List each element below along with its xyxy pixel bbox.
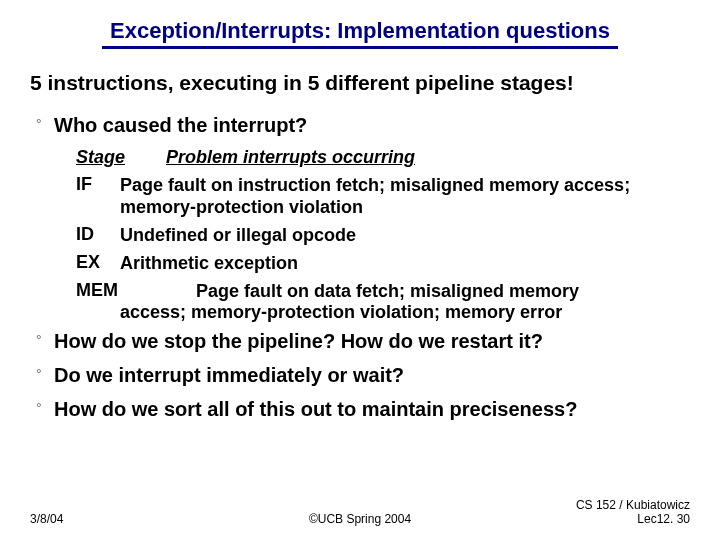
cell-stage: ID <box>76 224 120 246</box>
table-row: EX Arithmetic exception <box>76 252 690 274</box>
cell-text-cont: access; memory-protection violation; mem… <box>120 302 690 323</box>
slide-title: Exception/Interrupts: Implementation que… <box>102 18 618 49</box>
table-row: IF Page fault on instruction fetch; misa… <box>76 174 690 218</box>
table-header: Stage Problem interrupts occurring <box>76 147 690 168</box>
footer-copyright: ©UCB Spring 2004 <box>30 512 690 526</box>
bullet-mark-icon: ° <box>36 113 54 135</box>
bullet-text: Who caused the interrupt? <box>54 113 690 137</box>
title-wrap: Exception/Interrupts: Implementation que… <box>30 18 690 49</box>
bullet-mark-icon: ° <box>36 329 54 351</box>
cell-text: Page fault on instruction fetch; misalig… <box>120 174 690 218</box>
bullet-text: How do we stop the pipeline? How do we r… <box>54 329 690 353</box>
cell-stage: MEM <box>76 280 196 302</box>
col-stage: Stage <box>76 147 166 168</box>
cell-stage: EX <box>76 252 120 274</box>
bullet-item: ° Do we interrupt immediately or wait? <box>36 363 690 387</box>
subheading: 5 instructions, executing in 5 different… <box>30 71 690 95</box>
bullet-item: ° Who caused the interrupt? <box>36 113 690 137</box>
bullet-text: How do we sort all of this out to mainta… <box>54 397 690 421</box>
bullet-item: ° How do we sort all of this out to main… <box>36 397 690 421</box>
cell-text: Undefined or illegal opcode <box>120 224 690 246</box>
bullet-mark-icon: ° <box>36 363 54 385</box>
cell-text: Page fault on data fetch; misaligned mem… <box>196 280 690 302</box>
table-row: ID Undefined or illegal opcode <box>76 224 690 246</box>
cell-stage: IF <box>76 174 120 218</box>
bullet-item: ° How do we stop the pipeline? How do we… <box>36 329 690 353</box>
bullet-list: ° Who caused the interrupt? Stage Proble… <box>30 113 690 421</box>
stage-table: Stage Problem interrupts occurring IF Pa… <box>76 147 690 323</box>
bullet-mark-icon: ° <box>36 397 54 419</box>
footer: 3/8/04 ©UCB Spring 2004 CS 152 / Kubiato… <box>30 498 690 526</box>
cell-text: Arithmetic exception <box>120 252 690 274</box>
table-row: MEM Page fault on data fetch; misaligned… <box>76 280 690 323</box>
bullet-text: Do we interrupt immediately or wait? <box>54 363 690 387</box>
slide: Exception/Interrupts: Implementation que… <box>0 0 720 540</box>
col-problem: Problem interrupts occurring <box>166 147 415 168</box>
